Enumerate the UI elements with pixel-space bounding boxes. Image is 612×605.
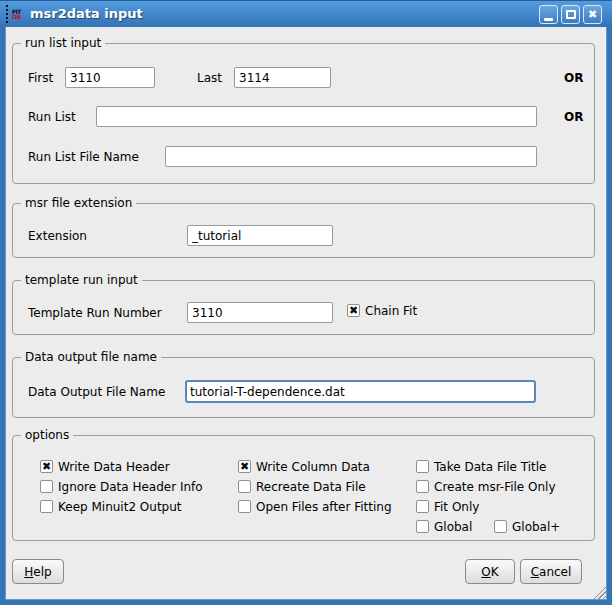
global-plus-label: Global+ bbox=[512, 520, 560, 534]
cancel-button-label: ancel bbox=[539, 565, 571, 579]
close-button[interactable]: ✖ bbox=[583, 5, 602, 24]
group-data-output-file: Data output file name Data Output File N… bbox=[12, 357, 595, 418]
last-label: Last bbox=[197, 71, 222, 85]
checkbox-row-create-msr-file-only[interactable]: Create msr-File Only bbox=[416, 479, 556, 494]
group-template-run-input: template run input Template Run Number ✖… bbox=[12, 280, 595, 335]
cancel-button[interactable]: Cancel bbox=[520, 559, 582, 584]
run-list-label: Run List bbox=[28, 110, 76, 124]
write-data-header-label: Write Data Header bbox=[58, 460, 170, 474]
keep-minuit2-output-checkbox[interactable] bbox=[40, 500, 53, 513]
write-data-header-checkbox[interactable]: ✖ bbox=[40, 460, 53, 473]
group-options-title: options bbox=[21, 428, 73, 442]
fit-only-checkbox[interactable] bbox=[416, 500, 429, 513]
ignore-data-header-info-label: Ignore Data Header Info bbox=[58, 480, 203, 494]
app-icon: FIT DB bbox=[6, 5, 24, 23]
first-label: First bbox=[28, 71, 53, 85]
chain-fit-checkbox[interactable]: ✖ bbox=[347, 304, 360, 317]
run-list-file-name-label: Run List File Name bbox=[28, 150, 139, 164]
ignore-data-header-info-checkbox[interactable] bbox=[40, 480, 53, 493]
checkbox-row-take-data-file-title[interactable]: Take Data File Title bbox=[416, 459, 547, 474]
create-msr-file-only-label: Create msr-File Only bbox=[434, 480, 556, 494]
write-column-data-label: Write Column Data bbox=[256, 460, 370, 474]
minimize-icon bbox=[544, 18, 553, 21]
chain-fit-checkbox-row[interactable]: ✖ Chain Fit bbox=[347, 303, 417, 318]
chain-fit-checkmark-icon: ✖ bbox=[349, 305, 358, 316]
group-run-list-input: run list input First Last OR Run List OR… bbox=[12, 43, 595, 184]
checkbox-row-write-column-data[interactable]: ✖ Write Column Data bbox=[238, 459, 370, 474]
ok-button[interactable]: OK bbox=[465, 559, 515, 584]
checkbox-row-open-files-after-fitting[interactable]: Open Files after Fitting bbox=[238, 499, 392, 514]
msr2data-dialog: FIT DB msr2data input ✖ run list input F… bbox=[0, 0, 612, 605]
help-button-label: elp bbox=[33, 565, 51, 579]
checkbox-row-recreate-data-file[interactable]: Recreate Data File bbox=[238, 479, 366, 494]
fit-only-label: Fit Only bbox=[434, 500, 479, 514]
checkmark-icon: ✖ bbox=[42, 461, 51, 472]
run-list-input[interactable] bbox=[96, 106, 537, 127]
template-run-number-label: Template Run Number bbox=[28, 306, 162, 320]
run-list-file-name-input[interactable] bbox=[165, 146, 537, 167]
extension-label: Extension bbox=[28, 229, 87, 243]
window-title: msr2data input bbox=[30, 6, 143, 21]
global-plus-checkbox[interactable] bbox=[494, 520, 507, 533]
write-column-data-checkbox[interactable]: ✖ bbox=[238, 460, 251, 473]
checkbox-row-global-plus[interactable]: Global+ bbox=[494, 519, 560, 534]
create-msr-file-only-checkbox[interactable] bbox=[416, 480, 429, 493]
maximize-icon bbox=[566, 10, 576, 19]
checkbox-row-write-data-header[interactable]: ✖ Write Data Header bbox=[40, 459, 170, 474]
keep-minuit2-output-label: Keep Minuit2 Output bbox=[58, 500, 182, 514]
ok-button-mnemonic: O bbox=[481, 565, 490, 579]
first-input[interactable] bbox=[65, 67, 155, 88]
data-output-file-name-input[interactable] bbox=[185, 380, 536, 403]
titlebar[interactable]: FIT DB msr2data input ✖ bbox=[0, 0, 612, 27]
close-icon: ✖ bbox=[588, 9, 597, 20]
chain-fit-label: Chain Fit bbox=[365, 304, 417, 318]
checkmark-icon: ✖ bbox=[240, 461, 249, 472]
group-run-list-title: run list input bbox=[21, 36, 105, 50]
help-button[interactable]: Help bbox=[12, 559, 64, 584]
take-data-file-title-checkbox[interactable] bbox=[416, 460, 429, 473]
checkbox-row-global[interactable]: Global bbox=[416, 519, 472, 534]
checkbox-row-keep-minuit2-output[interactable]: Keep Minuit2 Output bbox=[40, 499, 182, 514]
or-label-2: OR bbox=[564, 110, 583, 124]
group-msr-file-extension: msr file extension Extension bbox=[12, 203, 595, 258]
group-template-title: template run input bbox=[21, 273, 142, 287]
group-extension-title: msr file extension bbox=[21, 196, 136, 210]
maximize-button[interactable] bbox=[561, 5, 580, 24]
group-options: options ✖ Write Data Header Ignore Data … bbox=[12, 435, 595, 541]
checkbox-row-fit-only[interactable]: Fit Only bbox=[416, 499, 479, 514]
recreate-data-file-checkbox[interactable] bbox=[238, 480, 251, 493]
or-label-1: OR bbox=[564, 71, 583, 85]
cancel-button-mnemonic: C bbox=[531, 565, 539, 579]
global-label: Global bbox=[434, 520, 472, 534]
last-input[interactable] bbox=[234, 67, 331, 88]
help-button-mnemonic: H bbox=[24, 565, 33, 579]
minimize-button[interactable] bbox=[539, 5, 558, 24]
recreate-data-file-label: Recreate Data File bbox=[256, 480, 366, 494]
data-output-file-name-label: Data Output File Name bbox=[28, 385, 165, 399]
extension-input[interactable] bbox=[187, 225, 333, 246]
take-data-file-title-label: Take Data File Title bbox=[434, 460, 547, 474]
template-run-number-input[interactable] bbox=[187, 302, 333, 323]
checkbox-row-ignore-data-header-info[interactable]: Ignore Data Header Info bbox=[40, 479, 203, 494]
app-icon-db-text: DB bbox=[12, 14, 24, 19]
open-files-after-fitting-checkbox[interactable] bbox=[238, 500, 251, 513]
group-output-title: Data output file name bbox=[21, 350, 161, 364]
ok-button-label: K bbox=[491, 565, 499, 579]
global-checkbox[interactable] bbox=[416, 520, 429, 533]
open-files-after-fitting-label: Open Files after Fitting bbox=[256, 500, 392, 514]
